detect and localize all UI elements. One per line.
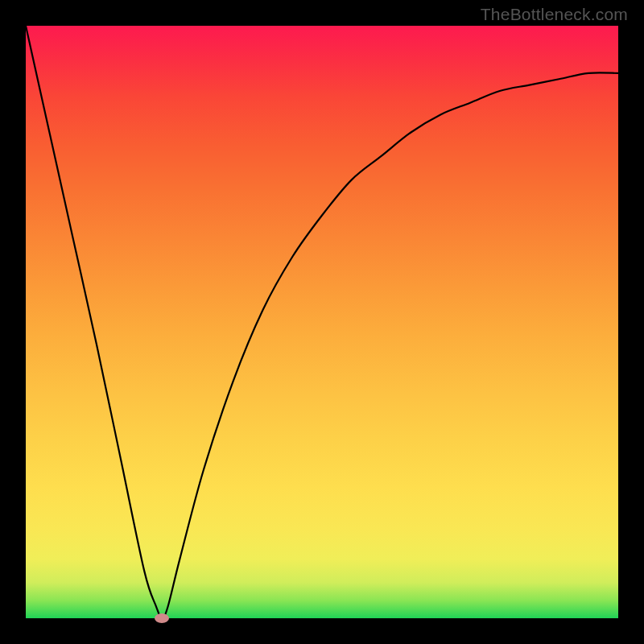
bottleneck-curve-path (26, 26, 618, 618)
plot-area (26, 26, 618, 618)
curve-minimum-marker (155, 613, 169, 623)
watermark-text: TheBottleneck.com (481, 5, 628, 24)
chart-frame: TheBottleneck.com (0, 0, 644, 644)
curve-svg (26, 26, 618, 618)
